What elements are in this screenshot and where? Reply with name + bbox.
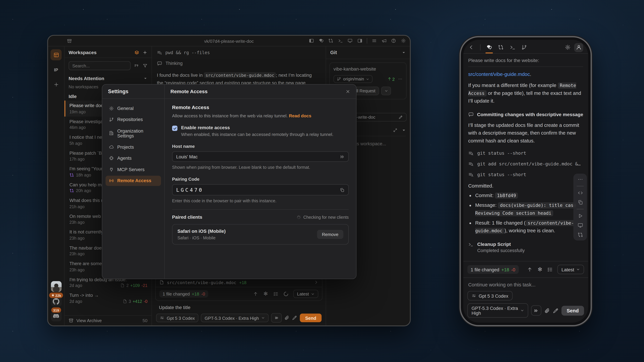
pairing-code-input[interactable]: LGC470	[172, 184, 349, 195]
copy-icon[interactable]	[577, 199, 583, 205]
discord-button[interactable]: 319	[51, 311, 62, 322]
tab-git[interactable]	[521, 41, 527, 53]
settings-nav-item[interactable]: Repositories	[106, 114, 161, 125]
settings-nav-item[interactable]: MCP Servers	[106, 164, 161, 175]
settings-nav-item[interactable]: Projects	[106, 142, 161, 152]
settings-nav-item[interactable]: Agents	[106, 153, 161, 163]
tab-terminal[interactable]	[510, 41, 516, 53]
archive-icon[interactable]	[67, 38, 72, 43]
play-icon[interactable]	[577, 213, 583, 219]
remove-client-button[interactable]: Remove	[317, 230, 343, 239]
needs-attention-section[interactable]: Needs Attention	[64, 72, 152, 83]
model-chip[interactable]: Gpt 5 3 Codex	[156, 314, 198, 322]
settings-nav-icon	[109, 117, 114, 122]
pull-request-icon[interactable]	[577, 232, 583, 238]
fast-forward-button[interactable]	[531, 305, 541, 316]
board-view-button[interactable]	[50, 49, 62, 60]
attachment-icon[interactable]	[544, 308, 550, 313]
git-panel-header[interactable]: Git	[326, 46, 410, 59]
settings-nav-item[interactable]: General	[106, 103, 161, 113]
panel-right-icon[interactable]	[357, 38, 362, 43]
settings-nav-item[interactable]: Organization Settings	[106, 125, 161, 141]
code-icon[interactable]	[577, 190, 583, 196]
monitor-icon[interactable]	[577, 222, 583, 228]
randomize-icon[interactable]	[340, 154, 344, 159]
scroll-up-icon[interactable]	[253, 291, 258, 297]
thinking-label[interactable]: Thinking	[166, 61, 183, 65]
attachment-icon[interactable]	[284, 315, 290, 321]
message-input[interactable]: Continue working on this task...	[463, 278, 588, 291]
expand-icon[interactable]	[393, 128, 398, 132]
panel-left-icon[interactable]	[309, 38, 314, 43]
settings-nav-icon	[109, 156, 114, 161]
settings-nav-item[interactable]: Remote Access	[106, 175, 161, 186]
help-icon[interactable]	[391, 38, 396, 43]
host-name-input[interactable]: Louis' Mac	[172, 151, 349, 162]
enable-remote-access-checkbox[interactable]	[172, 125, 178, 131]
files-changed-chip[interactable]: 1 file changed +18 -0	[159, 290, 208, 298]
terminal-icon[interactable]	[338, 38, 343, 43]
cleanup-script-row[interactable]: Cleanup Script Completed successfully	[468, 241, 583, 253]
command-text[interactable]: pwd && rg --files	[165, 50, 210, 55]
search-input[interactable]: Search...	[68, 61, 131, 70]
megaphone-icon[interactable]	[381, 38, 386, 43]
github-button[interactable]: 22k	[51, 296, 62, 307]
command-row[interactable]: git status --short	[468, 150, 583, 156]
file-link[interactable]: src/content/vibe-guide.mdoc.	[468, 71, 583, 77]
chevron-down-icon	[576, 268, 580, 271]
openai-icon[interactable]: ✻	[537, 267, 543, 272]
tab-chat[interactable]	[486, 41, 492, 53]
account-button[interactable]	[574, 43, 583, 52]
openai-icon[interactable]: ✻	[263, 291, 268, 297]
command-row[interactable]: git add src/content/vibe-guide.mdoc && g…	[468, 161, 583, 167]
filter-icon[interactable]	[142, 63, 148, 68]
more-options-icon[interactable]	[398, 77, 402, 81]
files-changed-chip[interactable]: 1 file changed +18 -0	[468, 265, 518, 274]
thinking-icon	[468, 111, 474, 117]
add-workspace-icon[interactable]	[142, 50, 148, 55]
branch-dropdown[interactable]: origin/main	[334, 75, 373, 83]
latest-dropdown[interactable]: Latest	[293, 290, 318, 298]
send-button[interactable]: Send	[300, 314, 322, 322]
command-row[interactable]: git status --short	[468, 172, 583, 177]
close-icon[interactable]	[346, 89, 350, 94]
sliders-icon	[160, 316, 164, 320]
settings-gear-icon[interactable]	[564, 44, 570, 50]
pull-request-icon[interactable]	[328, 38, 334, 43]
person-icon	[576, 44, 582, 50]
user-avatar[interactable]	[51, 281, 62, 292]
icon-rail: IP 22k 319	[48, 46, 64, 326]
user-message: Please write docs for the website:	[468, 54, 583, 67]
settings-gear-icon[interactable]	[401, 38, 406, 43]
scroll-up-icon[interactable]	[527, 267, 533, 272]
model-select[interactable]: GPT-5.3 Codex · Extra High	[201, 314, 269, 322]
latest-dropdown[interactable]: Latest	[557, 265, 584, 274]
chat-icon[interactable]	[318, 38, 324, 43]
model-select[interactable]: GPT-5.3 Codex · Extra High	[468, 303, 528, 318]
add-rail-button[interactable]	[50, 79, 62, 90]
pen-icon[interactable]	[552, 308, 558, 313]
monitor-icon[interactable]	[348, 38, 353, 43]
changed-file-row[interactable]: src/content/vibe-guide.mdoc +18	[156, 278, 322, 287]
pen-icon[interactable]	[292, 315, 297, 321]
read-docs-link[interactable]: Read docs	[289, 113, 312, 118]
ip-button[interactable]: IP	[50, 64, 62, 75]
sort-icon[interactable]	[134, 63, 139, 68]
edit-icon[interactable]	[398, 115, 403, 119]
workspace-list-item[interactable]: Turn -> into → 2d ago 3 +412 -0	[64, 290, 152, 306]
message-input[interactable]: Update the title	[155, 301, 322, 313]
copy-icon[interactable]	[340, 187, 344, 192]
checklist-icon[interactable]	[273, 291, 278, 297]
send-button[interactable]: Send	[561, 306, 584, 316]
view-archive-button[interactable]: View Archive 50	[64, 315, 152, 326]
pr-options-button[interactable]	[381, 87, 391, 95]
layers-icon[interactable]	[134, 50, 139, 55]
menu-icon[interactable]	[372, 38, 377, 43]
pull-request-icon	[70, 173, 74, 177]
fast-forward-button[interactable]	[271, 313, 282, 323]
back-icon[interactable]	[468, 44, 474, 50]
model-chip[interactable]: Gpt 5 3 Codex	[468, 291, 512, 300]
tab-pull-request[interactable]	[498, 41, 504, 53]
more-options-icon[interactable]	[577, 176, 583, 182]
checklist-icon[interactable]	[547, 267, 553, 272]
